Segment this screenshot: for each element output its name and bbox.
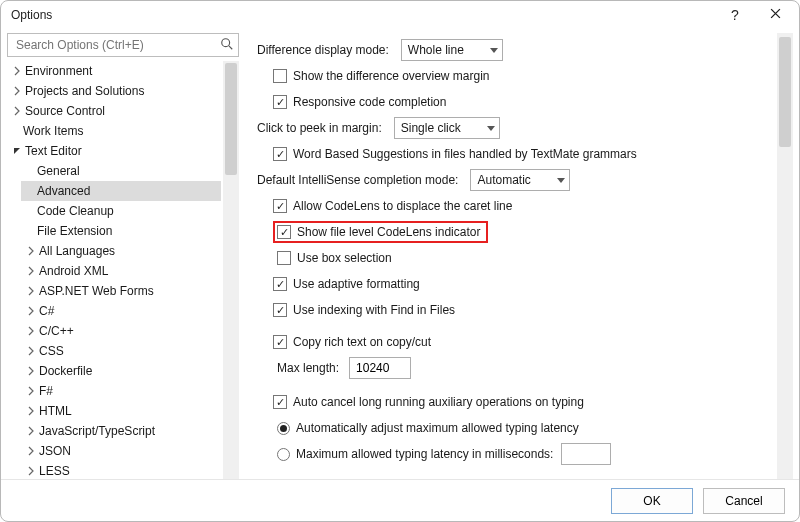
panel-scrollbar[interactable] bbox=[777, 33, 793, 479]
tree-item-html[interactable]: HTML bbox=[21, 401, 221, 421]
responsive-cc-label: Responsive code completion bbox=[293, 95, 446, 109]
diff-mode-label: Difference display mode: bbox=[257, 43, 389, 57]
svg-point-0 bbox=[222, 38, 230, 46]
tree-item-json[interactable]: JSON bbox=[21, 441, 221, 461]
tree-item-all-languages[interactable]: All Languages bbox=[21, 241, 221, 261]
tree-label: Android XML bbox=[39, 264, 108, 278]
tree-label: Text Editor bbox=[25, 144, 82, 158]
tree-label: HTML bbox=[39, 404, 72, 418]
dialog-footer: OK Cancel bbox=[1, 479, 799, 521]
use-box-sel-label: Use box selection bbox=[297, 251, 392, 265]
copy-rich-checkbox[interactable] bbox=[273, 335, 287, 349]
show-file-cl-label: Show file level CodeLens indicator bbox=[297, 225, 480, 239]
close-button[interactable] bbox=[755, 1, 795, 29]
chevron-right-icon bbox=[25, 465, 37, 477]
allow-codelens-checkbox[interactable] bbox=[273, 199, 287, 213]
chevron-down-icon bbox=[557, 178, 565, 183]
tree-label: Environment bbox=[25, 64, 92, 78]
chevron-right-icon bbox=[11, 105, 23, 117]
tree-item-jsts[interactable]: JavaScript/TypeScript bbox=[21, 421, 221, 441]
use-adaptive-label: Use adaptive formatting bbox=[293, 277, 420, 291]
highlight-box: Show file level CodeLens indicator bbox=[273, 221, 488, 243]
tree-item-source-control[interactable]: Source Control bbox=[7, 101, 221, 121]
use-indexing-label: Use indexing with Find in Files bbox=[293, 303, 455, 317]
word-based-checkbox[interactable] bbox=[273, 147, 287, 161]
show-diff-overview-checkbox[interactable] bbox=[273, 69, 287, 83]
chevron-right-icon bbox=[25, 365, 37, 377]
tree-item-android-xml[interactable]: Android XML bbox=[21, 261, 221, 281]
svg-line-1 bbox=[229, 45, 232, 48]
max-latency-radio[interactable] bbox=[277, 448, 290, 461]
use-adaptive-checkbox[interactable] bbox=[273, 277, 287, 291]
use-indexing-checkbox[interactable] bbox=[273, 303, 287, 317]
tree-item-less[interactable]: LESS bbox=[21, 461, 221, 479]
intellisense-select[interactable]: Automatic bbox=[470, 169, 569, 191]
show-file-cl-checkbox[interactable] bbox=[277, 225, 291, 239]
tree-item-advanced[interactable]: Advanced bbox=[21, 181, 221, 201]
tree-label: LESS bbox=[39, 464, 70, 478]
tree-item-projects[interactable]: Projects and Solutions bbox=[7, 81, 221, 101]
search-box[interactable] bbox=[7, 33, 239, 57]
tree-scrollbar[interactable] bbox=[223, 61, 239, 479]
tree-label: JavaScript/TypeScript bbox=[39, 424, 155, 438]
close-icon bbox=[770, 8, 781, 22]
chevron-right-icon bbox=[25, 425, 37, 437]
show-diff-overview-label: Show the difference overview margin bbox=[293, 69, 490, 83]
tree-item-csharp[interactable]: C# bbox=[21, 301, 221, 321]
tree-item-fsharp[interactable]: F# bbox=[21, 381, 221, 401]
tree-item-file-extension[interactable]: File Extension bbox=[21, 221, 221, 241]
tree-item-general[interactable]: General bbox=[21, 161, 221, 181]
tree-label: Code Cleanup bbox=[37, 204, 114, 218]
click-peek-select[interactable]: Single click bbox=[394, 117, 500, 139]
chevron-down-icon bbox=[487, 126, 495, 131]
chevron-right-icon bbox=[25, 445, 37, 457]
tree-label: JSON bbox=[39, 444, 71, 458]
tree-label: C# bbox=[39, 304, 54, 318]
chevron-right-icon bbox=[25, 265, 37, 277]
intellisense-label: Default IntelliSense completion mode: bbox=[257, 173, 458, 187]
click-peek-label: Click to peek in margin: bbox=[257, 121, 382, 135]
chevron-right-icon bbox=[25, 345, 37, 357]
tree-item-dockerfile[interactable]: Dockerfile bbox=[21, 361, 221, 381]
help-button[interactable]: ? bbox=[715, 1, 755, 29]
word-based-label: Word Based Suggestions in files handled … bbox=[293, 147, 637, 161]
tree-label: Work Items bbox=[23, 124, 83, 138]
tree-label: Advanced bbox=[37, 184, 90, 198]
chevron-right-icon bbox=[11, 85, 23, 97]
tree-item-text-editor[interactable]: Text Editor bbox=[7, 141, 221, 161]
diff-mode-select[interactable]: Whole line bbox=[401, 39, 503, 61]
tree-item-work-items[interactable]: Work Items bbox=[7, 121, 221, 141]
copy-rich-label: Copy rich text on copy/cut bbox=[293, 335, 431, 349]
chevron-right-icon bbox=[25, 285, 37, 297]
select-value: Single click bbox=[401, 121, 461, 135]
ok-button[interactable]: OK bbox=[611, 488, 693, 514]
tree-label: Projects and Solutions bbox=[25, 84, 144, 98]
tree-label: C/C++ bbox=[39, 324, 74, 338]
max-latency-label: Maximum allowed typing latency in millis… bbox=[296, 447, 553, 461]
chevron-down-icon bbox=[11, 145, 23, 157]
tree-item-code-cleanup[interactable]: Code Cleanup bbox=[21, 201, 221, 221]
options-tree[interactable]: Environment Projects and Solutions Sourc… bbox=[7, 61, 221, 479]
chevron-right-icon bbox=[25, 325, 37, 337]
use-box-sel-checkbox[interactable] bbox=[277, 251, 291, 265]
settings-panel: Difference display mode: Whole line Show… bbox=[245, 33, 777, 479]
tree-label: All Languages bbox=[39, 244, 115, 258]
tree-label: ASP.NET Web Forms bbox=[39, 284, 154, 298]
tree-item-cpp[interactable]: C/C++ bbox=[21, 321, 221, 341]
tree-item-css[interactable]: CSS bbox=[21, 341, 221, 361]
allow-codelens-label: Allow CodeLens to displace the caret lin… bbox=[293, 199, 512, 213]
auto-cancel-checkbox[interactable] bbox=[273, 395, 287, 409]
max-latency-input[interactable] bbox=[561, 443, 611, 465]
chevron-right-icon bbox=[25, 305, 37, 317]
select-value: Automatic bbox=[477, 173, 530, 187]
tree-item-environment[interactable]: Environment bbox=[7, 61, 221, 81]
chevron-right-icon bbox=[25, 245, 37, 257]
search-input[interactable] bbox=[14, 37, 220, 53]
tree-item-aspnet[interactable]: ASP.NET Web Forms bbox=[21, 281, 221, 301]
max-length-input[interactable] bbox=[349, 357, 411, 379]
auto-adjust-radio[interactable] bbox=[277, 422, 290, 435]
tree-label: CSS bbox=[39, 344, 64, 358]
responsive-cc-checkbox[interactable] bbox=[273, 95, 287, 109]
tree-label: File Extension bbox=[37, 224, 112, 238]
cancel-button[interactable]: Cancel bbox=[703, 488, 785, 514]
